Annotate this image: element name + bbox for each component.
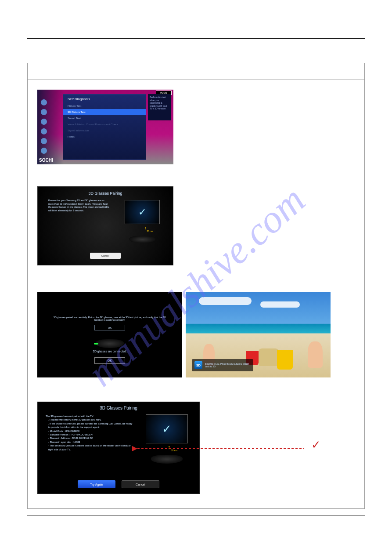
distance-arrow-icon: ↕ — [144, 225, 147, 230]
try-again-button[interactable]: Try Again — [78, 480, 115, 488]
glasses-graphic — [129, 236, 155, 243]
check-icon: ✓ — [138, 207, 146, 218]
info-line-bluetooth: - Bluetooth Address : 0C:89:10:DF:62:5C — [48, 436, 133, 440]
sandcastle-graphic — [259, 348, 279, 366]
divider-bottom — [27, 515, 365, 515]
led-indicator-icon — [94, 343, 98, 345]
menu-item[interactable]: Picture Test — [63, 103, 146, 109]
ok-button[interactable]: OK — [94, 325, 125, 330]
menu-item-disabled: Voice & Motion Control Environment Check — [63, 121, 146, 127]
content-box: manualshive.com HDMI1 Self Diagnosis Pic… — [27, 63, 365, 509]
annotation-check-icon: ✓ — [311, 438, 321, 452]
divider-top — [27, 38, 365, 39]
error-intro: The 3D glasses have not paired with the … — [46, 414, 133, 418]
tv-graphic: ✓ — [146, 414, 188, 443]
cancel-button[interactable]: Cancel — [90, 253, 121, 259]
screenshot-self-diagnosis: HDMI1 Self Diagnosis Picture Test 3D Pic… — [37, 90, 173, 164]
panel-title: Self Diagnosis — [63, 94, 146, 103]
distance-label: 50 cm — [147, 230, 153, 232]
dialog-title: 3D Glasses Pairing — [38, 187, 173, 196]
bullet: . Replace the battery in the 3D glasses … — [48, 418, 133, 421]
3d-icon: 3D — [194, 361, 202, 369]
background-logo: SOCHI — [39, 158, 53, 163]
status-text: 3D glasses are connected. — [37, 350, 182, 353]
button-row: Try Again Cancel — [78, 480, 159, 488]
menu-item[interactable]: Reset — [63, 134, 146, 140]
screenshot-pairing-failed: 3D Glasses Pairing The 3D glasses have n… — [37, 402, 200, 494]
help-text: Perform this test when you experience a … — [148, 94, 171, 120]
cancel-button[interactable]: Cancel — [122, 480, 159, 488]
table-header-strip — [28, 63, 364, 80]
dialog-title: 3D Glasses Pairing — [38, 402, 199, 410]
info-line: - The serial and version numbers can be … — [48, 444, 133, 451]
tv-graphic: ✓ — [125, 200, 160, 224]
check-icon: ✓ — [162, 422, 172, 436]
info-line: - Bluetooth sync info. : 16683 — [48, 440, 133, 444]
child-graphic — [308, 341, 323, 368]
distance-label: 50 cm — [171, 449, 177, 452]
info-line: - Model Code : UNNOH8000 — [48, 429, 133, 433]
distance-arrow-icon: ↕ — [168, 444, 170, 450]
glasses-graphic — [151, 455, 183, 464]
info-line: - Software Version : T-GFPAKUC-0505.4 — [48, 433, 133, 436]
menu-item-disabled: Signal Information — [63, 127, 146, 134]
bucket-graphic — [277, 350, 293, 370]
glasses-graphic — [96, 339, 124, 348]
screenshot-3d-beach: 3D Showing in 3D. Press the 3D button to… — [186, 292, 331, 377]
instruction-text: Ensure that your Samsung TV and 3D glass… — [48, 199, 110, 212]
sidebar-icon-column — [41, 96, 47, 157]
page-frame: manualshive.com HDMI1 Self Diagnosis Pic… — [27, 27, 365, 528]
self-diagnosis-panel: Self Diagnosis Picture Test 3D Picture T… — [63, 94, 146, 160]
success-message: 3D glasses paired successfully. Put on t… — [37, 292, 182, 321]
banner-text: Showing in 3D. Press the 3D button to sw… — [205, 363, 251, 368]
menu-item-selected[interactable]: 3D Picture Test — [63, 109, 146, 115]
bullet: . If the problem continues, please conta… — [48, 422, 133, 429]
ok-button[interactable]: OK — [94, 357, 125, 364]
screenshot-glasses-connected: 3D glasses paired successfully. Put on t… — [37, 292, 182, 377]
error-body: The 3D glasses have not paired with the … — [46, 414, 133, 451]
screenshot-pairing-wait: 3D Glasses Pairing Ensure that your Sams… — [37, 186, 173, 265]
menu-item[interactable]: Sound Test — [63, 115, 146, 121]
annotation-arrow — [203, 442, 309, 455]
osd-banner: 3D Showing in 3D. Press the 3D button to… — [192, 359, 253, 371]
